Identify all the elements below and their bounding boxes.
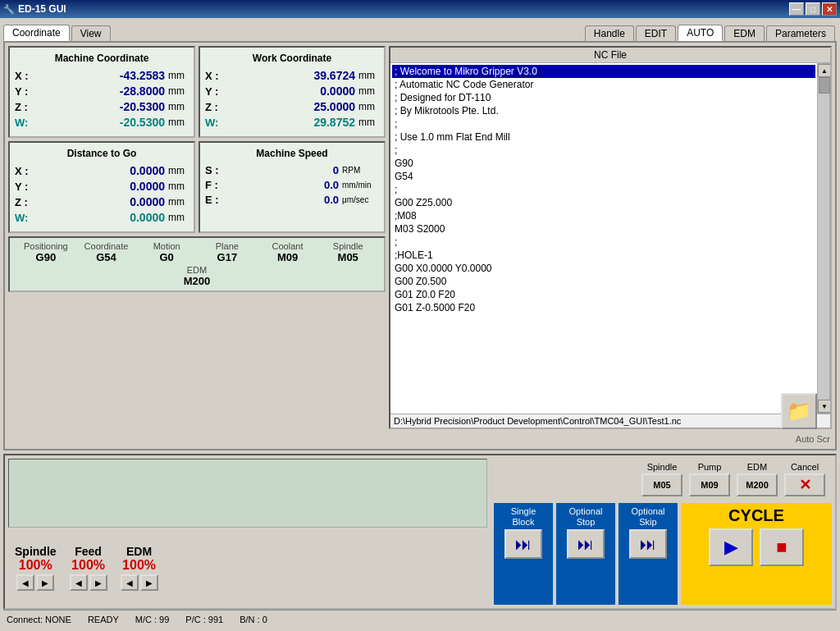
nc-file-line[interactable]: G01 Z0.0 F20	[392, 288, 815, 301]
cycle-run-button[interactable]: ▶	[709, 528, 753, 566]
single-block-button[interactable]: SingleBlock ⏭	[494, 503, 553, 605]
positioning-value: G90	[16, 251, 75, 263]
spindle-ctrl-button[interactable]: M05	[641, 473, 682, 496]
nc-file-line[interactable]: ; Designed for DT-110	[392, 91, 815, 104]
spindle-value: 100%	[19, 558, 52, 573]
nc-file-line[interactable]: ;	[392, 117, 815, 130]
cycle-stop-button[interactable]: ■	[760, 528, 804, 566]
work-x-line: X : 39.6724 mm	[205, 69, 379, 82]
tab-view[interactable]: View	[71, 25, 111, 41]
scroll-up-button[interactable]: ▲	[818, 64, 830, 77]
nc-file-line[interactable]: ;	[392, 144, 815, 157]
edm-status-label: EDM	[16, 265, 377, 275]
nc-file-line[interactable]: ; Automatic NC Code Generator	[392, 78, 815, 91]
nc-file-line[interactable]: G54	[392, 170, 815, 183]
machine-y-value: -28.8000	[39, 85, 168, 98]
pump-ctrl-label: Pump	[689, 462, 730, 472]
spindle-increase-button[interactable]: ▶	[36, 574, 54, 591]
optional-skip-icon: ⏭	[640, 535, 656, 554]
machine-x-label: X :	[15, 70, 39, 82]
work-y-label: Y :	[205, 85, 230, 98]
plane-value: G17	[198, 251, 257, 263]
nc-file-line[interactable]: ;	[392, 183, 815, 196]
nc-scrollbar[interactable]: ▲ ▼	[817, 63, 830, 414]
optional-skip-icon-btn[interactable]: ⏭	[629, 529, 667, 559]
speed-title: Machine Speed	[205, 148, 379, 159]
nc-file-line[interactable]: M03 S2000	[392, 222, 815, 235]
tab-edit[interactable]: EDIT	[636, 25, 676, 41]
machine-z-line: Z : -20.5300 mm	[15, 100, 189, 113]
dist-w-value: 0.0000	[39, 211, 168, 224]
feed-label: Feed	[75, 545, 102, 558]
motion-value: G0	[137, 251, 196, 263]
work-z-value: 25.0000	[230, 100, 358, 113]
feed-decrease-button[interactable]: ◀	[70, 574, 88, 591]
cycle-run-stop: ▶ ■	[709, 528, 804, 566]
nc-file-line[interactable]: ; Use 1.0 mm Flat End Mill	[392, 130, 815, 144]
work-y-unit: mm	[358, 85, 379, 97]
dist-y-line: Y : 0.0000 mm	[15, 180, 189, 193]
nc-file-line[interactable]: G90	[392, 157, 815, 170]
tab-edm[interactable]: EDM	[724, 25, 765, 41]
work-y-line: Y : 0.0000 mm	[205, 85, 379, 98]
minimize-button[interactable]: —	[789, 2, 804, 16]
scroll-thumb[interactable]	[819, 77, 830, 94]
spindle-status-value: M05	[318, 251, 377, 263]
optional-stop-icon-btn[interactable]: ⏭	[567, 529, 605, 559]
nc-file-line[interactable]: ; Welcome to Mikro Gripper V3.0	[392, 65, 815, 78]
edm-decrease-button[interactable]: ◀	[121, 574, 139, 591]
statusbar-pc: P/C : 991	[185, 615, 223, 624]
work-y-value: 0.0000	[230, 85, 358, 98]
edm-ctrl-button[interactable]: M200	[737, 473, 778, 496]
bottom-right: Spindle M05 Pump M09 EDM M200 Cancel ✕	[491, 455, 835, 608]
coordinate-label: Coordinate	[77, 241, 136, 251]
close-button[interactable]: ✕	[822, 2, 837, 16]
edm-increase-button[interactable]: ▶	[140, 574, 158, 591]
dist-x-line: X : 0.0000 mm	[15, 164, 189, 177]
nc-file-line[interactable]: ;HOLE-1	[392, 249, 815, 262]
dist-z-unit: mm	[168, 196, 189, 208]
feed-group: Feed 100% ◀ ▶	[70, 545, 107, 591]
tab-parameters[interactable]: Parameters	[766, 25, 835, 41]
cancel-ctrl-button[interactable]: ✕	[784, 473, 825, 496]
nc-file-line[interactable]: ;	[392, 235, 815, 249]
optional-skip-button[interactable]: OptionalSkip ⏭	[619, 503, 678, 605]
pump-ctrl-button[interactable]: M09	[689, 473, 730, 496]
left-tabs: Coordinate View	[3, 21, 112, 41]
open-file-button[interactable]: 📁	[781, 393, 817, 429]
nc-file-line[interactable]: ; By Mikrotools Pte. Ltd.	[392, 104, 815, 117]
bottom-left: Spindle 100% ◀ ▶ Feed 100% ◀ ▶	[5, 455, 491, 608]
work-x-unit: mm	[358, 70, 379, 81]
tab-coordinate[interactable]: Coordinate	[3, 25, 70, 41]
optional-stop-button[interactable]: OptionalStop ⏭	[556, 503, 615, 605]
dist-y-unit: mm	[168, 181, 189, 192]
nc-file-line[interactable]: G01 Z-0.5000 F20	[392, 301, 815, 314]
app-title: ED-15 GUI	[18, 3, 66, 15]
stop-icon: ■	[776, 537, 787, 558]
single-block-icon-btn[interactable]: ⏭	[504, 529, 542, 559]
tab-handle[interactable]: Handle	[585, 25, 634, 41]
edm-ctrl-group: EDM M200	[737, 462, 778, 496]
status-positioning: Positioning G90	[16, 241, 75, 263]
edm-label: EDM	[126, 545, 152, 558]
speed-e-line: E : 0.0 μm/sec	[205, 194, 379, 206]
speed-e-unit: μm/sec	[342, 195, 379, 204]
scroll-down-button[interactable]: ▼	[818, 400, 830, 413]
title-bar: 🔧 ED-15 GUI — □ ✕	[0, 0, 840, 18]
nc-file-line[interactable]: G00 Z25.000	[392, 196, 815, 209]
optional-stop-label: OptionalStop	[569, 506, 603, 528]
spindle-decrease-button[interactable]: ◀	[16, 574, 34, 591]
edm-group: EDM 100% ◀ ▶	[121, 545, 158, 591]
feed-increase-button[interactable]: ▶	[89, 574, 107, 591]
nc-file-line[interactable]: G00 X0.0000 Y0.0000	[392, 262, 815, 275]
nc-file-line[interactable]: G00 Z0.500	[392, 275, 815, 288]
maximize-button[interactable]: □	[806, 2, 820, 16]
speed-e-label: E :	[205, 194, 226, 206]
auto-scroll-btn[interactable]: Auto Scr	[794, 432, 832, 446]
work-z-label: Z :	[205, 101, 230, 113]
nc-file-line[interactable]: ;M08	[392, 209, 815, 222]
nc-file-list[interactable]: ; Welcome to Mikro Gripper V3.0; Automat…	[390, 63, 817, 414]
tab-auto[interactable]: AUTO	[678, 25, 723, 41]
machine-y-line: Y : -28.8000 mm	[15, 85, 189, 98]
status-plane: Plane G17	[198, 241, 257, 263]
